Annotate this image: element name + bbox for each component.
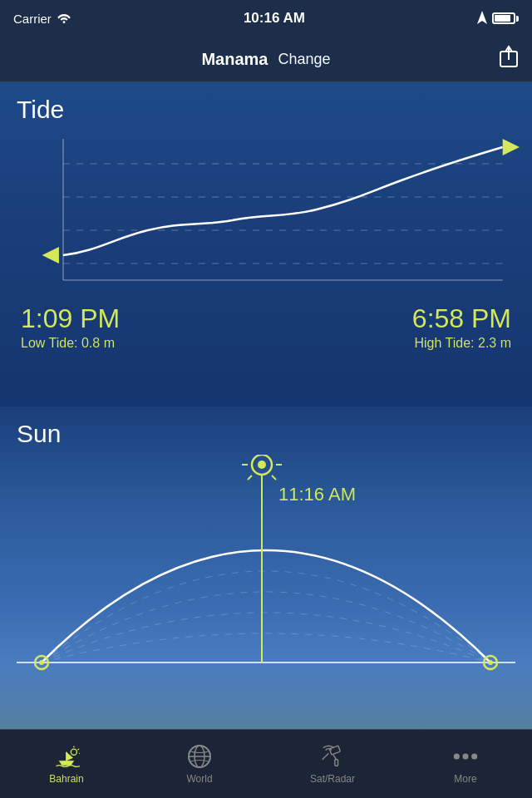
svg-point-41 [454,753,460,759]
svg-line-39 [326,753,329,756]
status-right [477,11,519,27]
svg-rect-38 [335,760,338,766]
svg-point-17 [258,461,266,469]
tab-sat-radar-label: Sat/Radar [310,773,355,785]
tide-times: 1:09 PM Low Tide: 0.8 m 6:58 PM High Tid… [17,303,515,351]
bahrain-icon [53,743,80,770]
status-left: Carrier [13,12,71,26]
high-tide-value: 2.3 m [478,336,511,350]
carrier-label: Carrier [13,12,52,26]
main-content: Tide 1:09 PM [0,82,532,729]
svg-line-23 [272,475,276,480]
svg-marker-0 [477,11,487,24]
high-tide-label: High Tide: 2.3 m [412,336,511,351]
tab-world-label: World [186,773,212,785]
tide-section: Tide 1:09 PM [0,82,532,406]
low-tide-time: 1:09 PM [21,303,120,334]
svg-line-40 [323,756,326,760]
sat-radar-icon [319,743,346,770]
tab-bahrain[interactable]: Bahrain [0,730,133,798]
sun-title: Sun [17,420,515,448]
svg-point-13 [39,660,44,665]
sun-chart: 11:16 AM [17,455,515,687]
svg-line-25 [248,475,252,480]
more-icon [452,743,479,770]
nav-bar: Manama Change [0,37,532,82]
tab-bar: Bahrain World [0,729,532,798]
svg-marker-10 [503,139,520,155]
high-tide-label-text: High Tide: [414,336,474,350]
share-button[interactable] [499,45,519,73]
svg-point-42 [462,753,468,759]
svg-line-31 [77,749,79,750]
change-button[interactable]: Change [278,51,330,68]
low-tide-value: 0.8 m [81,336,115,350]
tab-more[interactable]: More [399,730,532,798]
svg-point-43 [471,753,477,759]
sun-section: Sun [0,406,532,729]
tab-sat-radar[interactable]: Sat/Radar [266,730,399,798]
tab-bahrain-label: Bahrain [49,773,83,785]
world-icon [186,743,213,770]
low-tide-label-text: Low Tide: [21,336,77,350]
wifi-icon [57,12,71,26]
svg-point-29 [71,749,76,755]
nav-title: Manama [201,50,268,69]
status-bar: Carrier 10:16 AM [0,0,532,37]
high-tide-info: 6:58 PM High Tide: 2.3 m [412,303,511,351]
svg-text:11:16 AM: 11:16 AM [278,484,356,505]
tab-world[interactable]: World [133,730,266,798]
high-tide-time: 6:58 PM [412,303,511,334]
location-icon [477,11,487,27]
tide-title: Tide [17,96,515,124]
battery-icon [492,12,519,24]
low-tide-info: 1:09 PM Low Tide: 0.8 m [21,303,120,351]
svg-marker-9 [42,247,59,264]
svg-point-15 [488,660,493,665]
svg-line-37 [333,755,337,760]
tab-more-label: More [454,773,476,785]
status-time: 10:16 AM [244,10,305,27]
tide-chart [12,131,520,297]
low-tide-label: Low Tide: 0.8 m [21,336,120,351]
